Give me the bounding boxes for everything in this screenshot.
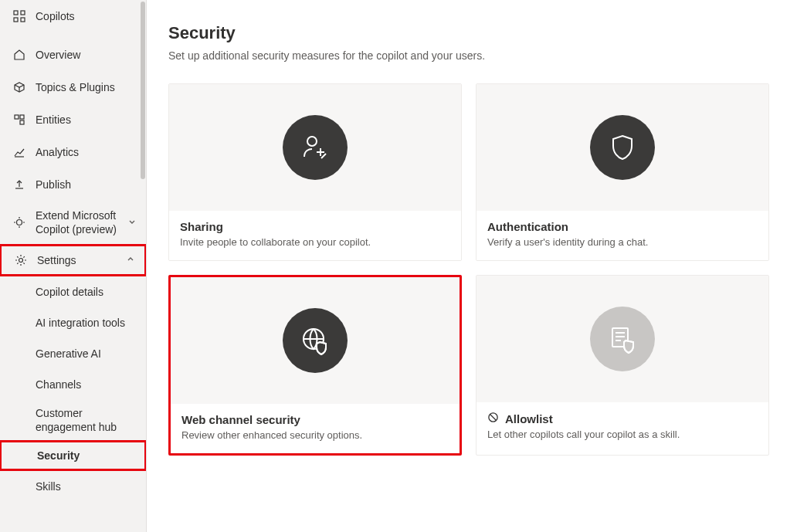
box-icon: [12, 80, 26, 94]
page-subtitle: Set up additional security measures for …: [168, 49, 775, 62]
sidebar-item-label: Entities: [36, 114, 71, 126]
sidebar-item-label: Analytics: [36, 146, 79, 158]
card-sharing[interactable]: Sharing Invite people to collaborate on …: [168, 83, 462, 261]
svg-point-8: [19, 259, 23, 263]
card-body: Sharing Invite people to collaborate on …: [169, 211, 461, 260]
card-desc: Invite people to collaborate on your cop…: [180, 236, 450, 248]
sidebar-item-extend[interactable]: Extend Microsoft Copilot (preview): [0, 201, 146, 244]
sidebar-item-label: Channels: [36, 378, 81, 391]
card-title: Authentication: [487, 220, 758, 233]
card-body: Web channel security Review other enhanc…: [171, 404, 460, 453]
card-body: Allowlist Let other copilots call your c…: [477, 402, 768, 452]
share-icon: [283, 115, 348, 180]
card-authentication[interactable]: Authentication Verify a user's identity …: [476, 83, 769, 261]
home-icon: [12, 48, 26, 62]
upload-icon: [12, 178, 26, 191]
sidebar-item-entities[interactable]: Entities: [0, 103, 146, 136]
card-desc: Verify a user's identity during a chat.: [487, 236, 758, 248]
sidebar-item-channels[interactable]: Channels: [0, 369, 146, 400]
card-hero: [169, 84, 461, 211]
main-content: Security Set up additional security meas…: [147, 0, 797, 532]
sidebar-item-label: Copilot details: [36, 286, 103, 298]
sidebar-item-generative-ai[interactable]: Generative AI: [0, 338, 146, 369]
chart-icon: [12, 145, 26, 159]
sidebar-item-ce-hub[interactable]: Customer engagement hub: [0, 400, 146, 440]
card-title: Allowlist: [505, 412, 553, 425]
card-hero: [477, 276, 768, 402]
sidebar-item-skills[interactable]: Skills: [0, 471, 146, 502]
chevron-down-icon: [127, 216, 137, 229]
card-web-channel-security[interactable]: Web channel security Review other enhanc…: [168, 275, 462, 456]
sidebar-item-topics[interactable]: Topics & Plugins: [0, 71, 146, 103]
entities-icon: [12, 113, 26, 127]
svg-rect-2: [14, 18, 18, 22]
shield-icon: [590, 115, 655, 180]
sidebar: Copilots Overview Topics & Plugins Entit…: [0, 0, 147, 532]
card-desc: Review other enhanced security options.: [181, 429, 449, 441]
sidebar-scrollbar[interactable]: [140, 0, 146, 532]
card-allowlist[interactable]: Allowlist Let other copilots call your c…: [476, 275, 769, 456]
svg-rect-4: [15, 115, 19, 119]
svg-rect-5: [20, 115, 24, 119]
sidebar-item-label: Copilots: [36, 10, 75, 22]
sidebar-item-label: Overview: [36, 49, 80, 61]
grid-icon: [12, 9, 26, 23]
card-title: Sharing: [180, 220, 450, 233]
card-hero: [477, 84, 768, 211]
plugin-icon: [12, 215, 26, 229]
sidebar-item-copilot-details[interactable]: Copilot details: [0, 276, 146, 307]
card-grid: Sharing Invite people to collaborate on …: [168, 83, 775, 456]
sidebar-item-analytics[interactable]: Analytics: [0, 136, 146, 168]
svg-rect-3: [21, 18, 25, 22]
sidebar-item-label: Publish: [36, 178, 71, 191]
scrollbar-thumb[interactable]: [141, 2, 145, 179]
svg-point-7: [17, 220, 22, 225]
sidebar-item-label: Generative AI: [36, 347, 101, 360]
sidebar-item-label: Customer engagement hub: [36, 406, 137, 434]
svg-rect-6: [20, 120, 24, 124]
sidebar-item-label: Skills: [36, 480, 61, 493]
sidebar-item-security[interactable]: Security: [0, 440, 147, 471]
svg-rect-0: [14, 11, 18, 15]
sidebar-item-label: Security: [37, 449, 80, 462]
sidebar-item-publish[interactable]: Publish: [0, 168, 146, 201]
card-desc: Let other copilots call your copilot as …: [487, 429, 758, 440]
block-icon: [487, 412, 499, 425]
sidebar-item-settings[interactable]: Settings: [0, 244, 147, 276]
sidebar-item-label: Extend Microsoft Copilot (preview): [36, 208, 118, 236]
sidebar-item-overview[interactable]: Overview: [0, 39, 146, 71]
sidebar-item-copilots[interactable]: Copilots: [0, 0, 146, 32]
globe-shield-icon: [283, 308, 348, 373]
svg-point-9: [307, 137, 317, 146]
card-hero: [171, 277, 460, 404]
card-title: Web channel security: [181, 413, 449, 426]
sidebar-item-label: AI integration tools: [36, 317, 125, 329]
sidebar-item-label: Topics & Plugins: [36, 81, 115, 93]
list-shield-icon: [590, 307, 655, 371]
chevron-up-icon: [126, 254, 135, 266]
sidebar-item-label: Settings: [37, 254, 76, 266]
card-body: Authentication Verify a user's identity …: [477, 211, 768, 260]
svg-rect-1: [21, 11, 25, 15]
gear-icon: [14, 253, 28, 267]
sidebar-item-ai-integration[interactable]: AI integration tools: [0, 307, 146, 338]
page-title: Security: [168, 23, 775, 43]
